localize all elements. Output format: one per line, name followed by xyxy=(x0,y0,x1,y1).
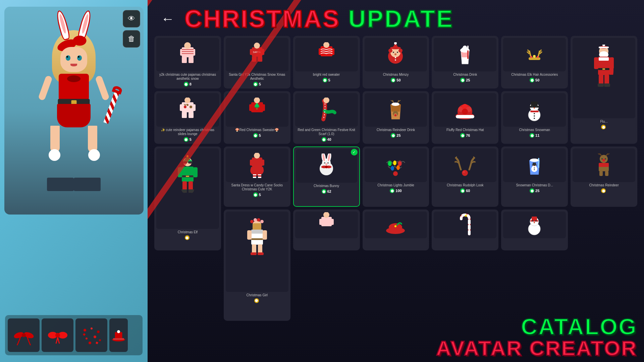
catalog-item-5[interactable]: Christmas Drink ⬤ 25 xyxy=(432,36,498,88)
catalog-item-18[interactable]: Christmas Rudolph Look ⬤ 60 xyxy=(432,146,498,207)
item-price-2: ⬤ 5 xyxy=(253,82,261,86)
catalog-item-20[interactable]: Christmas Reindeer ⬤ xyxy=(571,146,637,207)
svg-rect-143 xyxy=(193,167,198,177)
svg-rect-208 xyxy=(251,238,263,240)
svg-rect-212 xyxy=(258,252,264,255)
catalog-item-1[interactable]: y2k christmas cute pajamas christmas aes… xyxy=(154,36,221,88)
item-img-20 xyxy=(573,148,635,182)
item-price-20: ⬤ xyxy=(601,188,607,193)
svg-line-192 xyxy=(608,154,609,155)
item-svg-25 xyxy=(522,212,547,237)
catalog-item-7[interactable]: Flu... ⬤ xyxy=(571,36,637,144)
svg-point-125 xyxy=(534,107,535,109)
svg-rect-15 xyxy=(83,333,85,336)
eye-right xyxy=(77,55,82,61)
svg-rect-85 xyxy=(180,104,184,111)
catalog-item-3[interactable]: bright red sweater ⬤ 5 xyxy=(293,36,360,88)
svg-point-13 xyxy=(99,339,101,341)
avatar-skirt xyxy=(57,104,91,127)
item-img-22 xyxy=(295,212,358,238)
item-svg-2: SANTA xyxy=(245,42,270,67)
avatar-torso xyxy=(59,74,89,101)
svg-rect-211 xyxy=(251,252,257,255)
svg-point-47 xyxy=(397,52,398,53)
catalog-item-6[interactable]: Christmas Elk Hair Accessories ⬤ 50 xyxy=(501,36,568,88)
svg-rect-86 xyxy=(192,104,196,111)
catalog-item-16[interactable]: ✓ xyxy=(293,146,360,207)
svg-rect-216 xyxy=(319,219,323,225)
catalog-header: ← CHRISTMAS UPDATE xyxy=(148,0,644,34)
item-img-3 xyxy=(295,38,358,71)
item-name-11: Christmas Reindeer Drink xyxy=(377,128,415,132)
item-img-21 xyxy=(226,212,288,292)
svg-point-48 xyxy=(394,53,396,55)
thumb-item-2[interactable] xyxy=(42,318,73,352)
catalog-item-24[interactable] xyxy=(432,209,498,251)
catalog-item-19[interactable]: Snowman Christmas D... ⬤ 25 xyxy=(501,146,568,207)
catalog-bg: ← CHRISTMAS UPDATE xyxy=(148,0,644,362)
item-price-5: ⬤ 25 xyxy=(460,78,470,82)
svg-rect-97 xyxy=(261,104,265,111)
item-name-1: y2k christmas cute pajamas christmas aes… xyxy=(156,73,219,81)
catalog-item-2[interactable]: SANTA Santa Girl Y2k Christmas Snow Xmas… xyxy=(224,36,290,88)
catalog-item-9[interactable]: 🍄Red Christmas Sweater🍄 ⬤ 5 xyxy=(224,91,290,144)
svg-point-129 xyxy=(534,118,535,119)
svg-point-14 xyxy=(89,342,91,344)
catalog-item-8[interactable]: ✨ cute reindeer pajamas christmas slides… xyxy=(154,91,221,144)
catalog-item-22[interactable] xyxy=(293,209,360,251)
svg-rect-135 xyxy=(188,161,192,164)
item-img-8 xyxy=(156,93,219,127)
svg-point-45 xyxy=(394,42,397,45)
catalog-item-11[interactable]: Christmas Reindeer Drink ⬤ 25 xyxy=(363,91,429,144)
svg-point-174 xyxy=(397,160,402,166)
delete-button[interactable]: 🗑 xyxy=(123,30,140,48)
price-icon-12: ⬤ xyxy=(460,133,465,138)
svg-rect-137 xyxy=(182,167,194,182)
visibility-button[interactable]: 👁 xyxy=(123,10,140,27)
svg-rect-214 xyxy=(263,230,267,240)
catalog-item-21[interactable]: Christmas Girl ⬤ xyxy=(224,209,290,321)
item-price-6: ⬤ 50 xyxy=(530,78,539,82)
price-icon-17: ⬤ xyxy=(390,188,394,193)
svg-point-106 xyxy=(394,114,396,116)
thumb-item-3[interactable] xyxy=(75,318,107,352)
item-svg-23 xyxy=(383,212,408,237)
item-img-24 xyxy=(434,212,496,238)
svg-point-127 xyxy=(534,113,535,114)
catalog-item-12[interactable]: Fluffy Red Christmas Hat ⬤ 76 xyxy=(432,91,498,144)
item-svg-1 xyxy=(175,42,200,67)
item-svg-16 xyxy=(314,154,339,179)
back-button[interactable]: ← xyxy=(158,10,178,27)
catalog-item-23[interactable] xyxy=(363,209,429,251)
thumb-item-1[interactable] xyxy=(8,318,40,352)
catalog-item-25[interactable] xyxy=(501,209,568,251)
price-icon-7: ⬤ xyxy=(601,125,606,129)
svg-rect-207 xyxy=(251,230,263,234)
svg-point-55 xyxy=(463,46,467,49)
bottom-text-block: CATALOG AVATAR CREATOR xyxy=(436,315,637,359)
catalog-item-14[interactable]: Christmas Elf ⬤ xyxy=(154,146,221,250)
item-img-14 xyxy=(156,148,219,229)
svg-rect-217 xyxy=(330,219,334,225)
svg-point-66 xyxy=(530,56,532,58)
thumb-item-4[interactable] xyxy=(109,318,128,352)
catalog-item-10[interactable]: Red and Green Christmas Festive Knit Sca… xyxy=(293,91,360,144)
svg-point-12 xyxy=(94,336,96,338)
thumb-icon-4 xyxy=(111,328,126,343)
item-img-16 xyxy=(296,149,357,183)
catalog-item-17[interactable]: Christmas Lights Jumble ⬤ 100 xyxy=(363,146,429,207)
catalog-grid: y2k christmas cute pajamas christmas aes… xyxy=(154,36,637,321)
catalog-item-15[interactable]: Santa Dress w Candy Cane Socks Christmas… xyxy=(224,146,290,207)
item-svg-18 xyxy=(452,153,478,178)
svg-point-227 xyxy=(532,220,533,222)
catalog-item-4[interactable]: Christmas Mimzy ⬤ 50 xyxy=(363,36,429,88)
svg-point-51 xyxy=(388,49,392,53)
svg-point-89 xyxy=(184,106,186,108)
svg-rect-142 xyxy=(178,167,182,177)
boot-right xyxy=(88,149,100,161)
item-svg-14 xyxy=(175,155,200,222)
catalog-item-13[interactable]: Christmas Snowman ⬤ 11 xyxy=(501,91,568,144)
item-name-14: Christmas Elf xyxy=(178,230,198,234)
svg-line-189 xyxy=(599,154,601,156)
svg-rect-82 xyxy=(594,57,598,69)
